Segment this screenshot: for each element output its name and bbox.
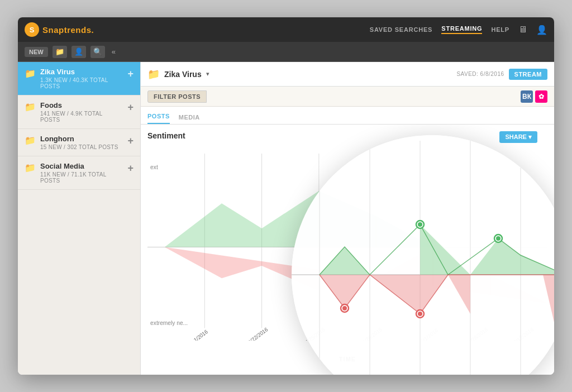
panel-title: Zika Virus	[164, 70, 202, 79]
panel-title-dropdown[interactable]: ▾	[206, 70, 209, 78]
user-add-button[interactable]: 👤	[72, 46, 86, 58]
sidebar-item-foods-meta: 141 NEW / 4.9K TOTAL POSTS	[40, 111, 123, 123]
nav-streaming[interactable]: Streaming	[441, 25, 482, 34]
sidebar-item-foods-info: Foods 141 NEW / 4.9K TOTAL POSTS	[40, 101, 123, 123]
nav-right: Saved Searches Streaming Help 🖥 👤	[370, 25, 547, 35]
tab-media[interactable]: MEDIA	[179, 114, 200, 124]
sidebar-item-longhorn-name: Longhorn	[40, 135, 118, 143]
second-nav: NEW 📁 👤 🔍 «	[18, 42, 554, 62]
sidebar-item-zika-virus-left: 📁 Zika Virus 1.3K NEW / 40.3K TOTAL POST…	[25, 68, 123, 89]
svg-text:extremely ne...: extremely ne...	[150, 319, 188, 327]
svg-marker-34	[543, 275, 554, 370]
svg-text:4/22/2016: 4/22/2016	[247, 326, 269, 341]
folder-new-button[interactable]: 📁	[53, 46, 67, 58]
sidebar-item-longhorn-meta: 15 NEW / 302 TOTAL POSTS	[40, 144, 118, 150]
svg-marker-28	[420, 224, 470, 275]
tab-posts[interactable]: POSTS	[147, 113, 170, 124]
logo-text: Snaptrends.	[42, 25, 94, 35]
sidebar-social-media-add-icon[interactable]: +	[127, 163, 134, 173]
folder-icon: 📁	[25, 68, 36, 79]
svg-marker-29	[470, 238, 554, 275]
collapse-button[interactable]: «	[112, 47, 116, 56]
chart-container: ext extremely ne... 1/2016 4/22/2016 4/2…	[147, 142, 547, 362]
svg-text:1/2016: 1/2016	[193, 328, 209, 341]
svg-point-36	[418, 222, 422, 227]
svg-marker-26	[320, 247, 370, 275]
circle-chart-svg: ext extremely ne... 1/2016 4/22/2016 4/2…	[292, 135, 554, 375]
filter-bar: FILTER POSTS ВК ✿	[141, 87, 554, 107]
sidebar-item-social-media-info: Social Media 11K NEW / 71.1K TOTAL POSTS	[40, 162, 123, 184]
app-window: S Snaptrends. Saved Searches Streaming H…	[18, 17, 554, 375]
search-button[interactable]: 🔍	[90, 46, 105, 58]
svg-point-42	[418, 312, 422, 316]
logo-dot: .	[92, 25, 94, 35]
sidebar-item-social-media-meta: 11K NEW / 71.1K TOTAL POSTS	[40, 171, 123, 184]
svg-point-40	[342, 306, 347, 310]
sidebar-item-foods[interactable]: 📁 Foods 141 NEW / 4.9K TOTAL POSTS +	[18, 95, 140, 129]
folder-icon-longhorn: 📁	[25, 135, 36, 146]
panel-header: 📁 Zika Virus ▾ SAVED: 6/8/2016 STREAM	[141, 62, 554, 87]
nav-left: S Snaptrends.	[25, 22, 94, 37]
sidebar-item-zika-virus-name: Zika Virus	[40, 68, 123, 76]
sidebar-item-zika-virus[interactable]: 📁 Zika Virus 1.3K NEW / 40.3K TOTAL POST…	[18, 62, 140, 95]
top-nav: S Snaptrends. Saved Searches Streaming H…	[18, 17, 554, 42]
logo-icon: S	[25, 22, 39, 37]
panel-header-right: SAVED: 6/8/2016 STREAM	[456, 69, 547, 80]
filter-posts-button[interactable]: FILTER POSTS	[147, 90, 207, 103]
svg-point-38	[496, 236, 500, 241]
sidebar-item-longhorn-info: Longhorn 15 NEW / 302 TOTAL POSTS	[40, 135, 118, 150]
sidebar-item-foods-name: Foods	[40, 101, 123, 109]
flickr-icon[interactable]: ✿	[535, 90, 547, 103]
sidebar-longhorn-add-icon[interactable]: +	[127, 136, 134, 146]
panel-header-left: 📁 Zika Virus ▾	[147, 68, 209, 80]
saved-label: SAVED: 6/8/2016	[456, 71, 504, 77]
vk-icon[interactable]: ВК	[521, 90, 533, 103]
svg-text:ext: ext	[150, 163, 158, 170]
logo-area: S Snaptrends.	[25, 22, 94, 37]
sidebar-item-zika-virus-meta: 1.3K NEW / 40.3K TOTAL POSTS	[40, 77, 123, 89]
new-button[interactable]: NEW	[25, 47, 48, 57]
svg-marker-30	[320, 275, 370, 308]
sidebar-add-icon[interactable]: +	[127, 69, 134, 79]
content-tabs: POSTS MEDIA	[141, 107, 554, 125]
sidebar: 📁 Zika Virus 1.3K NEW / 40.3K TOTAL POST…	[18, 62, 141, 375]
folder-icon-social-media: 📁	[25, 162, 36, 173]
user-icon[interactable]: 👤	[536, 25, 547, 35]
stream-button[interactable]: STREAM	[509, 69, 547, 80]
folder-icon-foods: 📁	[25, 102, 36, 112]
sidebar-item-social-media-left: 📁 Social Media 11K NEW / 71.1K TOTAL POS…	[25, 162, 123, 184]
sidebar-item-zika-virus-info: Zika Virus 1.3K NEW / 40.3K TOTAL POSTS	[40, 68, 123, 89]
main-panel: 📁 Zika Virus ▾ SAVED: 6/8/2016 STREAM FI…	[141, 62, 554, 375]
main-content: 📁 Zika Virus 1.3K NEW / 40.3K TOTAL POST…	[18, 62, 554, 375]
sidebar-item-longhorn-left: 📁 Longhorn 15 NEW / 302 TOTAL POSTS	[25, 135, 118, 150]
panel-folder-icon: 📁	[147, 68, 160, 80]
svg-text:ext: ext	[300, 159, 311, 168]
sidebar-item-social-media-name: Social Media	[40, 162, 123, 170]
nav-help[interactable]: Help	[491, 26, 509, 33]
monitor-icon[interactable]: 🖥	[518, 25, 527, 35]
logo-name: Snaptrends	[42, 25, 92, 35]
sidebar-item-foods-left: 📁 Foods 141 NEW / 4.9K TOTAL POSTS	[25, 101, 123, 123]
network-icons: ВК ✿	[521, 90, 547, 103]
sidebar-item-longhorn[interactable]: 📁 Longhorn 15 NEW / 302 TOTAL POSTS +	[18, 129, 140, 156]
sidebar-foods-add-icon[interactable]: +	[127, 102, 134, 112]
sidebar-item-social-media[interactable]: 📁 Social Media 11K NEW / 71.1K TOTAL POS…	[18, 156, 140, 190]
circle-overlay: ext extremely ne... 1/2016 4/22/2016 4/2…	[292, 135, 554, 375]
nav-saved-searches[interactable]: Saved Searches	[370, 26, 432, 33]
chart-area: Sentiment SHARE ▾	[141, 125, 554, 375]
